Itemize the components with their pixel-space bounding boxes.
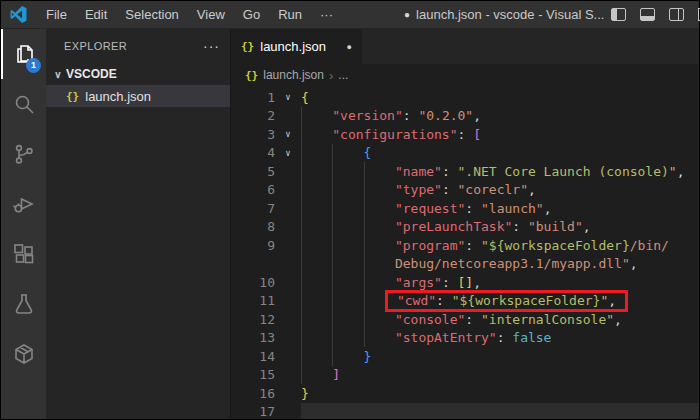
code-line[interactable]: 1∨{	[231, 88, 699, 107]
unsaved-dot-icon[interactable]: ●	[347, 42, 352, 52]
code-token: "${workspaceFolder}	[481, 238, 630, 253]
explorer-icon[interactable]: 1	[1, 29, 46, 79]
code-line[interactable]: 5"name": ".NET Core Launch (console)",	[231, 162, 699, 181]
run-debug-icon[interactable]	[1, 179, 46, 229]
menu-view[interactable]: View	[188, 1, 234, 29]
code-token: "request"	[395, 201, 465, 216]
code-token: "internalConsole"	[481, 312, 614, 327]
extensions-icon[interactable]	[1, 229, 46, 279]
menu-overflow-icon[interactable]: ···	[311, 1, 342, 29]
code-token: "console"	[395, 312, 465, 327]
code-token: :	[465, 312, 481, 327]
menu-edit[interactable]: Edit	[76, 1, 116, 29]
explorer-more-actions-icon[interactable]: ···	[203, 38, 220, 54]
indent-guide	[364, 292, 365, 311]
code-token: "stopAtEntry"	[395, 330, 497, 345]
folder-name: VSCODE	[66, 67, 117, 81]
tab-launch-json[interactable]: {} launch.json ●	[231, 29, 363, 64]
explorer-badge: 1	[26, 58, 41, 73]
code-token: :	[442, 182, 458, 197]
code-token: ,	[544, 201, 552, 216]
code-token: {	[364, 145, 372, 160]
fold-chevron-icon[interactable]: ∨	[275, 129, 301, 139]
code-line[interactable]: 15]	[231, 366, 699, 385]
code-token: "version"	[332, 108, 402, 123]
code-token: :	[497, 330, 513, 345]
indent-guide	[301, 144, 302, 163]
indent-guide	[332, 181, 333, 200]
line-number: 7	[231, 201, 275, 216]
menu-selection[interactable]: Selection	[116, 1, 187, 29]
breadcrumb-file[interactable]: launch.json	[263, 68, 324, 82]
indent-guide	[332, 162, 333, 181]
tab-bar: {} launch.json ●	[231, 29, 699, 64]
code-token: :	[458, 127, 474, 142]
code-line[interactable]: 17	[231, 403, 699, 420]
code-token: }	[364, 349, 372, 364]
code-token: "preLaunchTask"	[395, 219, 512, 234]
window-title-text: launch.json - vscode - Visual S...	[416, 7, 604, 22]
code-line[interactable]: 10"args": [],	[231, 273, 699, 292]
json-file-icon: {}	[66, 90, 79, 103]
code-token: []	[458, 275, 474, 290]
code-line[interactable]: 6"type": "coreclr",	[231, 181, 699, 200]
line-number: 17	[231, 404, 275, 419]
source-control-icon[interactable]	[1, 129, 46, 179]
code-line[interactable]: 14}	[231, 347, 699, 366]
menu-go[interactable]: Go	[234, 1, 269, 29]
indent-guide	[332, 310, 333, 329]
line-number: 5	[231, 164, 275, 179]
window-title: ● launch.json - vscode - Visual S...	[404, 7, 604, 22]
code-line[interactable]: 3∨"configurations": [	[231, 125, 699, 144]
indent-guide	[332, 255, 333, 274]
search-icon[interactable]	[1, 79, 46, 129]
code-token: false	[512, 330, 551, 345]
folder-section-vscode[interactable]: ∨ VSCODE	[46, 63, 230, 85]
code-line[interactable]: 16}	[231, 384, 699, 403]
indent-guide	[364, 218, 365, 237]
line-number: 9	[231, 238, 275, 253]
code-token: "launch"	[481, 201, 544, 216]
toggle-secondary-sidebar-icon[interactable]	[669, 8, 684, 21]
indent-guide	[301, 329, 302, 348]
code-line[interactable]: Debug/netcoreapp3.1/myapp.dll",	[231, 255, 699, 274]
code-token: "${workspaceFolder}"	[452, 293, 609, 308]
code-token: [	[473, 127, 481, 142]
code-token: "configurations"	[332, 127, 457, 142]
indent-guide	[332, 347, 333, 366]
vscode-window: File Edit Selection View Go Run ··· ● la…	[0, 0, 700, 420]
breadcrumb-symbol[interactable]: ...	[338, 68, 348, 82]
code-line[interactable]: 11"cwd": "${workspaceFolder}",	[231, 292, 699, 311]
chevron-down-icon: ∨	[50, 69, 66, 80]
indent-guide	[301, 273, 302, 292]
code-line[interactable]: 13"stopAtEntry": false	[231, 329, 699, 348]
testing-icon[interactable]	[1, 279, 46, 329]
code-token: "args"	[395, 275, 442, 290]
toggle-panel-icon[interactable]	[640, 8, 655, 21]
line-number: 11	[231, 293, 275, 308]
menu-file[interactable]: File	[37, 1, 76, 29]
json-file-icon: {}	[241, 40, 254, 53]
code-line[interactable]: 7"request": "launch",	[231, 199, 699, 218]
code-line[interactable]: 12"console": "internalConsole",	[231, 310, 699, 329]
menu-run[interactable]: Run	[269, 1, 311, 29]
code-line[interactable]: 8"preLaunchTask": "build",	[231, 218, 699, 237]
indent-guide	[332, 218, 333, 237]
package-icon[interactable]	[1, 329, 46, 379]
code-line[interactable]: 9"program": "${workspaceFolder}/bin/	[231, 236, 699, 255]
editor-group: {} launch.json ● {} launch.json › ... 1∨…	[231, 29, 699, 419]
code-line[interactable]: 2"version": "0.2.0",	[231, 107, 699, 126]
code-token: ".NET Core Launch (console)"	[458, 164, 677, 179]
file-item-launch-json[interactable]: {} launch.json	[46, 85, 230, 107]
toggle-sidebar-icon[interactable]	[611, 8, 626, 21]
indent-guide	[301, 125, 302, 144]
code-line[interactable]: 4∨{	[231, 144, 699, 163]
line-number: 14	[231, 349, 275, 364]
indent-guide	[301, 347, 302, 366]
code-area[interactable]: 1∨{2"version": "0.2.0",3∨"configurations…	[231, 86, 699, 419]
code-token: ,	[473, 108, 481, 123]
fold-chevron-icon[interactable]: ∨	[275, 148, 301, 158]
fold-chevron-icon[interactable]: ∨	[275, 92, 301, 102]
line-number: 6	[231, 182, 275, 197]
code-token: "0.2.0"	[418, 108, 473, 123]
